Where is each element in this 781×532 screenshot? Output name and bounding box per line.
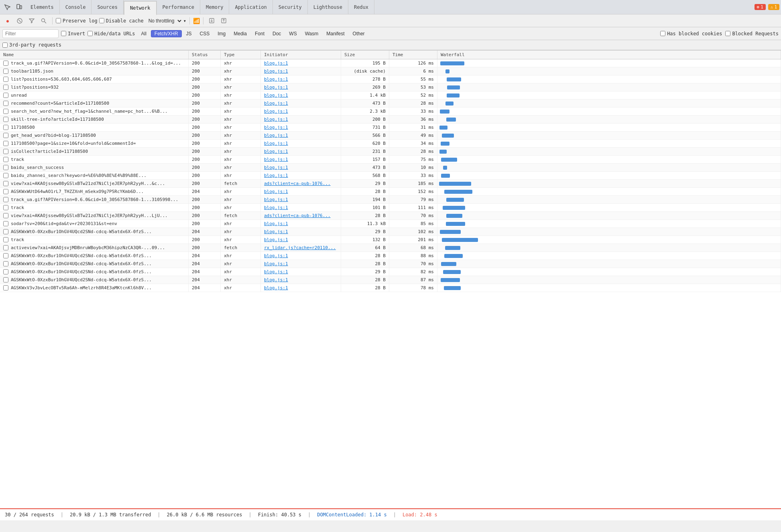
row-checkbox[interactable]: [3, 157, 8, 162]
row-checkbox[interactable]: [3, 101, 8, 106]
hide-data-urls-checkbox[interactable]: Hide/data URLs: [87, 31, 135, 37]
filter-btn-media[interactable]: Media: [230, 30, 250, 37]
filter-icon-btn[interactable]: [26, 16, 37, 26]
row-checkbox[interactable]: [3, 269, 8, 274]
request-initiator[interactable]: blog.js:1: [261, 83, 341, 91]
col-status[interactable]: Status: [189, 51, 221, 59]
row-checkbox[interactable]: [3, 93, 8, 98]
request-initiator[interactable]: blog.js:1: [261, 196, 341, 203]
row-checkbox[interactable]: [3, 117, 8, 122]
request-initiator[interactable]: blog.js:1: [261, 284, 341, 292]
has-blocked-cookies-checkbox[interactable]: Has blocked cookies: [660, 31, 722, 37]
request-initiator[interactable]: blog.js:1: [261, 75, 341, 83]
filter-btn-img[interactable]: Img: [214, 30, 229, 37]
table-row[interactable]: AGSKWxV3vJbvLecOBTv5Ra6Ah-mMelzrh8R4E3aM…: [0, 284, 781, 292]
tab-application[interactable]: Application: [229, 0, 273, 14]
row-checkbox[interactable]: [3, 173, 8, 178]
filter-btn-ws[interactable]: WS: [285, 30, 300, 37]
tab-elements[interactable]: Elements: [25, 0, 60, 14]
row-checkbox[interactable]: [3, 237, 8, 242]
row-checkbox[interactable]: [3, 213, 8, 218]
request-initiator[interactable]: blog.js:1: [261, 140, 341, 147]
tab-network[interactable]: Network: [124, 1, 157, 15]
table-row[interactable]: track200xhrblog.js:1101 B111 ms: [0, 204, 781, 212]
tab-console[interactable]: Console: [60, 0, 92, 14]
col-name[interactable]: Name: [0, 51, 189, 59]
table-row[interactable]: list?positions=536,603,604,605,606,60720…: [0, 75, 781, 83]
request-initiator[interactable]: blog.js:1: [261, 228, 341, 236]
disable-cache-checkbox[interactable]: Disable cache: [99, 18, 144, 24]
table-row[interactable]: unread200xhrblog.js:11.4 kB52 ms: [0, 91, 781, 99]
row-checkbox[interactable]: [3, 165, 8, 170]
row-checkbox[interactable]: [3, 125, 8, 130]
tab-lighthouse[interactable]: Lighthouse: [308, 0, 348, 14]
row-checkbox[interactable]: [3, 69, 8, 74]
row-checkbox[interactable]: [3, 277, 8, 282]
request-initiator[interactable]: blog.js:1: [261, 252, 341, 260]
filter-btn-js[interactable]: JS: [183, 30, 195, 37]
third-party-checkbox[interactable]: 3rd-party requests: [2, 42, 61, 48]
col-initiator[interactable]: Initiator: [261, 51, 341, 59]
table-row[interactable]: search_hot_word?new_hot_flag=1&channel_n…: [0, 108, 781, 116]
table-row[interactable]: isCollect?articleId=117108500200xhrblog.…: [0, 148, 781, 156]
inspect-element-btn[interactable]: [2, 2, 13, 13]
import-btn[interactable]: [207, 16, 217, 26]
row-checkbox[interactable]: [3, 141, 8, 146]
col-type[interactable]: Type: [221, 51, 261, 59]
request-initiator[interactable]: blog.js:1: [261, 268, 341, 276]
tab-performance[interactable]: Performance: [157, 0, 200, 14]
filter-input[interactable]: [2, 29, 59, 38]
row-checkbox[interactable]: [3, 285, 8, 290]
table-row[interactable]: view?xai=AKAOjssew08yGSlxBTw21zd7NiCljeJ…: [0, 212, 781, 220]
table-row[interactable]: toolbar1105.json200xhrblog.js:1(disk cac…: [0, 67, 781, 75]
request-initiator[interactable]: blog.js:1: [261, 156, 341, 163]
table-row[interactable]: AGSKWxWtO-0XzxBur1OhGV4UQcd2SNd-cdcq-W5a…: [0, 252, 781, 260]
row-checkbox[interactable]: [3, 197, 8, 202]
request-initiator[interactable]: blog.js:1: [261, 99, 341, 107]
request-initiator[interactable]: blog.js:1: [261, 124, 341, 131]
col-time[interactable]: Time: [389, 51, 437, 59]
table-row[interactable]: recommend?count=5&articleId=117108500200…: [0, 99, 781, 108]
request-initiator[interactable]: blog.js:1: [261, 260, 341, 268]
table-row[interactable]: AGSKWxWUtD64wAO1rL7_THZZXnH_mSekxO9g7P5R…: [0, 188, 781, 196]
row-checkbox[interactable]: [3, 221, 8, 226]
request-initiator[interactable]: rx_lidar.js?cache=r20110...: [261, 244, 341, 252]
request-initiator[interactable]: blog.js:1: [261, 59, 341, 67]
filter-btn-other[interactable]: Other: [349, 30, 368, 37]
table-row[interactable]: 117108500200xhrblog.js:1731 B31 ms: [0, 124, 781, 132]
table-row[interactable]: view?xai=AKAOjssew08yGSlxBTw21zd7NiCljeJ…: [0, 180, 781, 188]
request-initiator[interactable]: blog.js:1: [261, 164, 341, 171]
table-row[interactable]: get_head_word?bid=blog-117108500200xhrbl…: [0, 132, 781, 140]
row-checkbox[interactable]: [3, 85, 8, 90]
request-initiator[interactable]: blog.js:1: [261, 220, 341, 227]
table-row[interactable]: AGSKWxWtO-0XzxBur1OhGV4UQcd2SNd-cdcq-W5a…: [0, 260, 781, 268]
request-initiator[interactable]: blog.js:1: [261, 108, 341, 115]
table-row[interactable]: sodar?sv=200&tid=gda&tv=r20230131&st=env…: [0, 220, 781, 228]
row-checkbox[interactable]: [3, 181, 8, 186]
request-initiator[interactable]: blog.js:1: [261, 276, 341, 284]
request-initiator[interactable]: blog.js:1: [261, 132, 341, 139]
row-checkbox[interactable]: [3, 245, 8, 250]
table-row[interactable]: AGSKWxWtO-0XzxBur1OhGV4UQcd2SNd-cdcq-W5a…: [0, 228, 781, 236]
request-initiator[interactable]: ads?client=ca-pub-1076...: [261, 180, 341, 187]
request-initiator[interactable]: blog.js:1: [261, 116, 341, 123]
request-initiator[interactable]: blog.js:1: [261, 236, 341, 244]
table-row[interactable]: skill-tree-info?articleId=117108500200xh…: [0, 116, 781, 124]
filter-btn-doc[interactable]: Doc: [269, 30, 285, 37]
row-checkbox[interactable]: [3, 189, 8, 194]
row-checkbox[interactable]: [3, 229, 8, 234]
clear-btn[interactable]: [14, 16, 25, 26]
error-badge[interactable]: ⊗ 1: [755, 4, 766, 10]
row-checkbox[interactable]: [3, 109, 8, 114]
row-checkbox[interactable]: [3, 77, 8, 82]
tab-sources[interactable]: Sources: [92, 0, 124, 14]
invert-checkbox[interactable]: Invert: [61, 31, 85, 37]
tab-security[interactable]: Security: [273, 0, 308, 14]
table-row[interactable]: baidu_search_success200xhrblog.js:1473 B…: [0, 164, 781, 172]
blocked-requests-checkbox[interactable]: Blocked Requests: [725, 31, 779, 37]
filter-btn-wasm[interactable]: Wasm: [301, 30, 322, 37]
row-checkbox[interactable]: [3, 61, 8, 66]
table-row[interactable]: 117108500?page=1&size=10&fold=unfold&com…: [0, 140, 781, 148]
request-initiator[interactable]: blog.js:1: [261, 148, 341, 155]
table-row[interactable]: baidu_zhannei_search?keyword=%E6%80%8E%E…: [0, 172, 781, 180]
